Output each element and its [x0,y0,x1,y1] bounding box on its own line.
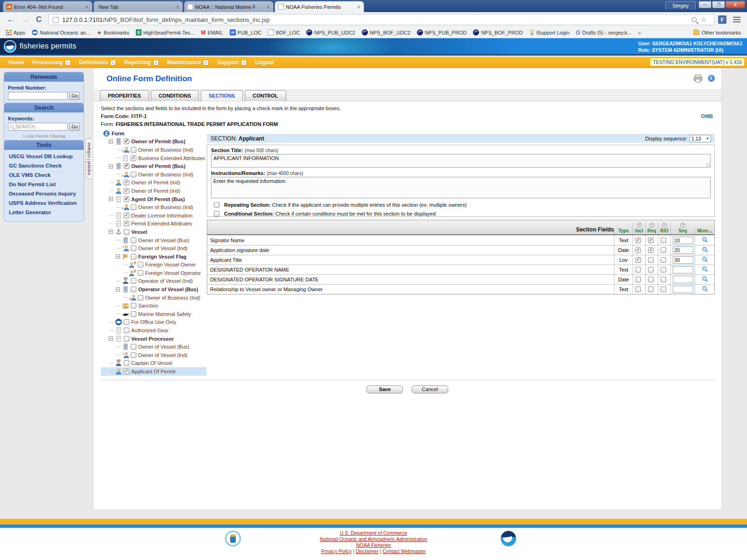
tree-item[interactable]: Owner of Vessel (Ind) [101,244,206,252]
browser-tab[interactable]: NOAA :: National Marine Fx [184,1,274,12]
incl-checkbox[interactable] [635,247,641,253]
print-icon[interactable] [693,75,703,84]
tree-checkbox[interactable] [124,360,129,366]
ro-checkbox[interactable] [661,287,666,292]
address-bar[interactable]: 127.0.0.1:7101 /NPS_BOF/bof_form_def/nps… [49,14,714,25]
tree-checkbox[interactable] [131,204,136,210]
other-bookmarks-button[interactable]: Other bookmarks [693,30,741,35]
tree-checkbox[interactable] [124,188,129,194]
tree-item[interactable]: Permit Extended Attributes [101,220,206,228]
tool-link[interactable]: GC Sanctions Check [8,161,80,170]
seq-input[interactable] [673,276,693,283]
tree-item[interactable]: −Agent Of Permit (Bus) [101,195,206,203]
tab-close-icon[interactable]: x [357,4,361,9]
tree-checkbox[interactable] [131,344,136,350]
repeating-section-checkbox[interactable] [214,202,219,208]
tool-link[interactable]: Deceased Persons Inquiry [8,189,80,198]
bookmark-item[interactable]: NPS_BOF_PROD [473,29,522,35]
close-button[interactable]: X [726,1,745,8]
use-permit-filtering-link[interactable]: > Use Permit Filtering [8,133,80,139]
tool-link[interactable]: Do Not Permit List [8,180,80,189]
permit-number-input[interactable] [8,92,68,100]
footer-link[interactable]: NOAA Fisheries [356,542,391,548]
incl-checkbox[interactable] [635,238,641,243]
tab-close-icon[interactable]: x [176,4,180,9]
tree-item[interactable]: −Operator of Vessel (Bus) [101,285,206,294]
browser-tab[interactable]: 26Error 404--Not Foundx [3,1,92,12]
dropdown-icon[interactable]: ∨ [110,60,116,65]
dropdown-icon[interactable]: ∨ [203,60,209,65]
tree-checkbox[interactable] [138,270,143,276]
tree-expander-icon[interactable]: − [116,287,120,292]
bookmark-item[interactable]: BOF_LOC [268,29,300,35]
tree-item[interactable]: −Vessel Processor [101,335,206,343]
tool-link[interactable]: USPS Address Verification [8,198,80,208]
tab-close-icon[interactable]: x [266,4,270,9]
more-magnifier-icon[interactable] [702,286,708,293]
browser-tab[interactable]: New Tabx [93,1,183,12]
save-button[interactable]: Save [366,385,403,393]
seq-input[interactable] [673,286,693,293]
ro-checkbox[interactable] [661,247,666,253]
more-magnifier-icon[interactable] [702,246,708,254]
tree-checkbox[interactable] [124,163,129,169]
req-checkbox[interactable] [648,267,654,273]
renewals-go-button[interactable]: Go [70,92,80,100]
tree-checkbox[interactable] [124,196,129,202]
seq-input[interactable]: 10 [673,237,693,244]
tree-checkbox[interactable] [124,180,129,185]
tree-item[interactable]: Owner of Business (Ind) [101,203,206,211]
ro-checkbox[interactable] [661,277,666,282]
browser-tab[interactable]: NOAA Fisheries Permitsx [275,1,364,12]
tree-expander-icon[interactable]: − [109,164,113,168]
tree-item[interactable]: Owner of Business (Ind) [101,170,206,179]
display-sequence-select[interactable]: 1.13▼ [690,135,711,142]
section-title-textarea[interactable]: APPLICANT INFORMATION [211,154,711,168]
tab-sections[interactable]: SECTIONS [201,90,243,102]
tree-item[interactable]: Applicant Of Permit [101,367,206,376]
tree-item[interactable]: Sanction [101,301,206,310]
bookmark-item[interactable]: Apps [6,30,25,35]
incl-checkbox[interactable] [635,277,641,282]
footer-link[interactable]: Privacy Policy [321,548,352,554]
tab-properties[interactable]: PROPERTIES [100,90,149,101]
ro-checkbox[interactable] [661,267,666,273]
nav-item-definitions[interactable]: Definitions∨ [79,59,116,66]
more-magnifier-icon[interactable] [702,237,708,244]
profile-button[interactable]: Sergey [665,1,696,9]
tool-link[interactable]: OLE VMS Check [8,170,80,180]
tree-expander-icon[interactable]: − [109,197,113,201]
tree-item[interactable]: Dealer License Information [101,211,206,220]
extension-f-icon[interactable]: F [718,15,726,24]
tree-checkbox[interactable] [131,254,136,259]
req-checkbox[interactable] [648,257,654,263]
conditional-section-checkbox[interactable] [214,211,219,217]
tree-item[interactable]: Marine Mammal Safety [101,310,206,318]
nav-item-reporting[interactable]: Reporting∨ [124,59,159,66]
resize-handle[interactable] [706,163,710,167]
tree-item[interactable]: Owner of Business (Ind) [101,146,206,154]
dropdown-icon[interactable]: ∨ [153,60,159,65]
seq-input[interactable]: 30 [673,256,693,264]
req-checkbox[interactable] [648,287,654,292]
req-checkbox[interactable] [648,277,654,282]
tree-checkbox[interactable] [124,336,129,342]
help-icon[interactable]: ? [680,223,685,228]
info-icon[interactable]: i [708,75,715,82]
footer-link[interactable]: National Oceanic and Atmospheric Adminis… [320,536,427,542]
tree-item[interactable]: Business Extended Attributes [101,154,206,162]
nav-item-home[interactable]: Home [8,59,24,66]
search-go-button[interactable]: Go [70,123,80,131]
ro-checkbox[interactable] [661,238,666,243]
restore-button[interactable]: ❐ [712,1,725,8]
bookmark-item[interactable]: NPS_PUB_UDC2 [306,29,355,35]
expand-collapse-tab[interactable]: expand / collapse [85,138,92,179]
tree-checkbox[interactable] [131,287,136,292]
more-magnifier-icon[interactable] [702,276,708,283]
tree-checkbox[interactable] [124,369,129,374]
help-icon[interactable]: ? [662,223,667,228]
tree-item[interactable]: Foreign Vessel Owner [101,261,206,269]
tree-checkbox[interactable] [138,262,143,267]
bookmark-star-icon[interactable]: ☆ [700,16,706,23]
more-magnifier-icon[interactable] [702,256,708,264]
